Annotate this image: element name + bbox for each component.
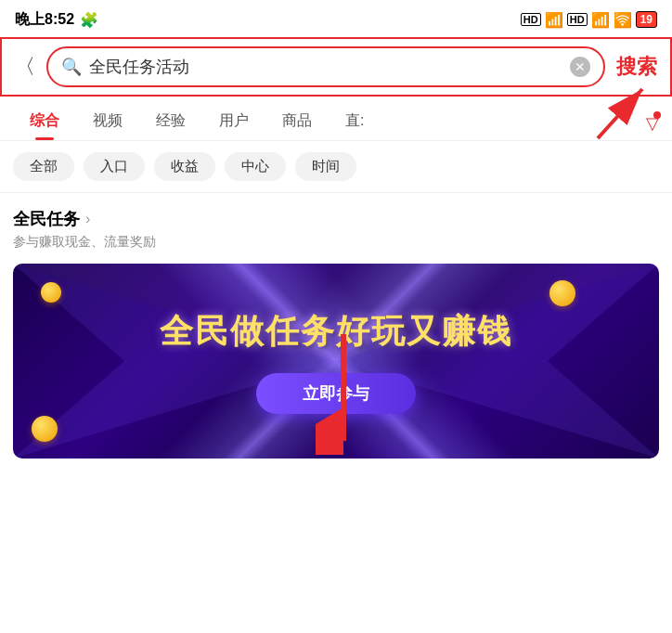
coin-decoration-1: [549, 280, 575, 306]
content-area: 全民任务 › 参与赚取现金、流量奖励 全民做任务好玩又赚钱 立即参与: [0, 193, 672, 459]
banner-cta-button[interactable]: 立即参与: [256, 373, 416, 414]
filter-tag-中心[interactable]: 中心: [225, 152, 286, 181]
status-icons: HD 📶 HD 📶 🛜 19: [521, 11, 657, 29]
search-icon: 🔍: [61, 57, 82, 77]
coin-decoration-2: [32, 416, 58, 442]
signal-bars-2: 📶: [591, 11, 610, 29]
hd-badge-2: HD: [567, 13, 588, 26]
signal-bars: 📶: [545, 11, 563, 29]
result-title-arrow[interactable]: ›: [85, 211, 90, 227]
tab-经验[interactable]: 经验: [139, 106, 202, 140]
status-emoji: 🧩: [80, 11, 98, 29]
banner-title: 全民做任务好玩又赚钱: [160, 309, 512, 355]
filter-tag-时间[interactable]: 时间: [295, 152, 356, 181]
tab-商品[interactable]: 商品: [265, 106, 329, 140]
tab-直播[interactable]: 直:: [329, 106, 381, 140]
status-bar: 晚上8:52 🧩 HD 📶 HD 📶 🛜 19: [0, 0, 672, 37]
search-area: 〈 🔍 全民任务活动 ✕ 搜索: [0, 37, 672, 97]
search-query: 全民任务活动: [89, 56, 562, 78]
back-button[interactable]: 〈: [15, 53, 35, 81]
wifi-icon: 🛜: [614, 11, 632, 29]
result-description: 参与赚取现金、流量奖励: [13, 234, 659, 251]
sub-filter-bar: 全部 入口 收益 中心 时间: [0, 141, 672, 193]
status-time: 晚上8:52: [15, 10, 74, 30]
filter-tag-入口[interactable]: 入口: [84, 152, 145, 181]
coin-decoration-3: [41, 282, 61, 303]
hd-badge-1: HD: [521, 13, 541, 26]
banner-image[interactable]: 全民做任务好玩又赚钱 立即参与: [13, 264, 659, 459]
result-title-row: 全民任务 ›: [13, 208, 659, 230]
clear-button[interactable]: ✕: [570, 57, 590, 77]
battery-indicator: 19: [636, 11, 657, 28]
search-button[interactable]: 搜索: [616, 53, 657, 81]
filter-tag-收益[interactable]: 收益: [154, 152, 215, 181]
filter-tag-全部[interactable]: 全部: [13, 152, 74, 181]
tab-视频[interactable]: 视频: [76, 106, 139, 140]
filter-dot: [653, 111, 661, 119]
filter-button[interactable]: ▽: [646, 113, 659, 134]
tab-综合[interactable]: 综合: [13, 106, 76, 140]
result-title-text: 全民任务: [13, 208, 80, 230]
search-box[interactable]: 🔍 全民任务活动 ✕: [46, 46, 605, 87]
tab-用户[interactable]: 用户: [202, 106, 265, 140]
tab-bar: 综合 视频 经验 用户 商品 直: ▽: [0, 97, 672, 141]
